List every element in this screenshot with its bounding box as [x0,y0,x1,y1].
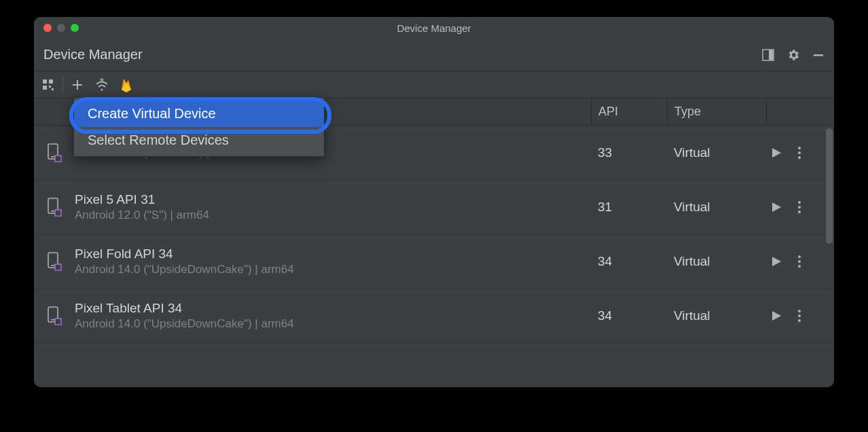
minimize-window-button[interactable] [57,24,65,32]
device-api: 33 [591,145,667,160]
svg-rect-1 [769,50,773,60]
more-options-icon[interactable] [797,146,801,160]
svg-rect-2 [814,54,823,56]
table-row[interactable]: Pixel 5 API 31 Android 12.0 ("S") | arm6… [34,180,834,234]
svg-point-23 [798,206,801,209]
titlebar: Device Manager [34,17,834,39]
svg-point-18 [798,156,801,159]
dock-icon[interactable] [762,49,774,61]
svg-rect-6 [49,86,51,88]
device-name: Pixel Fold API 34 [75,247,591,262]
device-api: 34 [591,254,667,269]
svg-rect-27 [55,264,61,270]
device-icon [34,198,75,217]
svg-point-17 [798,151,801,154]
close-window-button[interactable] [43,24,52,32]
device-icon [34,143,75,162]
table-body: Android 13.0 ("Tiramisu") | arm64 33 Vir… [34,126,834,387]
device-api: 34 [591,308,667,323]
play-icon[interactable] [770,201,782,213]
svg-rect-5 [43,86,47,90]
device-subtitle: Android 14.0 ("UpsideDownCake") | arm64 [75,317,591,331]
device-type: Virtual [667,254,766,269]
svg-point-36 [798,319,801,322]
column-actions-header [766,98,834,125]
svg-point-29 [798,260,801,263]
svg-rect-3 [43,79,47,84]
svg-rect-20 [51,211,55,212]
firebase-icon[interactable] [120,77,132,92]
svg-point-16 [798,147,801,149]
svg-rect-9 [73,84,82,86]
minimize-panel-icon[interactable] [812,49,825,61]
svg-rect-32 [51,319,55,321]
svg-rect-26 [51,265,55,266]
toolbar-separator [62,77,63,93]
table-row[interactable]: Pixel Fold API 34 Android 14.0 ("UpsideD… [34,234,834,289]
device-type: Virtual [667,308,766,323]
device-icon [34,252,75,271]
svg-point-24 [798,211,801,213]
scrollbar-thumb[interactable] [826,128,833,244]
device-name: Pixel Tablet API 34 [75,301,591,316]
panel-header-actions [762,48,825,62]
scrollbar[interactable] [825,126,834,387]
device-type: Virtual [667,200,766,215]
device-api: 31 [591,200,667,215]
svg-point-30 [798,265,801,268]
device-name: Pixel 5 API 31 [75,192,591,207]
device-subtitle: Android 12.0 ("S") | arm64 [75,209,591,222]
svg-rect-7 [52,88,54,90]
svg-rect-14 [51,156,55,158]
svg-point-28 [798,255,801,258]
panel-header: Device Manager [34,39,834,71]
more-options-icon[interactable] [797,255,801,268]
add-device-dropdown: Create Virtual Device Select Remote Devi… [73,97,325,157]
device-icon [34,306,75,325]
device-type: Virtual [667,145,766,160]
play-icon[interactable] [770,255,782,268]
svg-point-22 [798,201,801,204]
svg-rect-4 [49,79,53,84]
column-type-header[interactable]: Type [667,98,766,125]
window-title: Device Manager [34,22,834,34]
more-options-icon[interactable] [797,200,801,214]
column-api-header[interactable]: API [591,98,667,125]
gear-icon[interactable] [786,48,800,62]
play-icon[interactable] [770,310,782,322]
add-device-icon[interactable] [71,79,84,91]
more-options-icon[interactable] [797,309,801,323]
grid-view-icon[interactable] [42,79,54,91]
zoom-window-button[interactable] [71,24,79,32]
create-virtual-device-menu-item[interactable]: Create Virtual Device [74,101,324,127]
svg-rect-21 [55,210,61,216]
svg-rect-15 [55,156,61,162]
panel-title: Device Manager [43,47,762,62]
play-icon[interactable] [770,147,782,159]
device-subtitle: Android 14.0 ("UpsideDownCake") | arm64 [75,263,591,276]
device-manager-window: Device Manager Device Manager [34,17,834,387]
wifi-pair-icon[interactable] [94,78,109,92]
toolbar: Create Virtual Device Select Remote Devi… [34,71,834,98]
svg-rect-12 [100,79,104,80]
svg-rect-33 [55,319,61,325]
table-row[interactable]: Pixel Tablet API 34 Android 14.0 ("Upsid… [34,289,834,343]
svg-point-10 [101,88,103,90]
window-controls [34,24,79,32]
svg-point-34 [798,310,801,312]
select-remote-devices-menu-item[interactable]: Select Remote Devices [74,127,324,154]
svg-point-35 [798,314,801,317]
